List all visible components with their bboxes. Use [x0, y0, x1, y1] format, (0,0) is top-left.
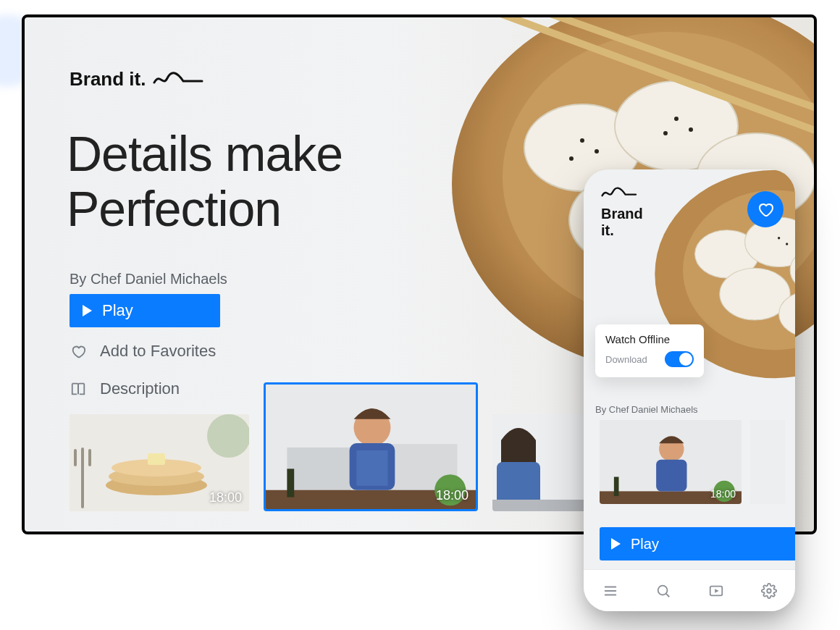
play-icon	[611, 538, 621, 550]
svg-rect-30	[287, 448, 350, 497]
mobile-play-button[interactable]: Play	[600, 527, 795, 560]
svg-point-10	[674, 117, 679, 121]
svg-point-28	[207, 414, 249, 458]
mobile-thumbnail-chef-woman[interactable]	[750, 420, 785, 504]
svg-marker-67	[715, 589, 719, 593]
brand-name: Brand it.	[70, 68, 146, 91]
svg-rect-41	[492, 500, 594, 511]
mobile-thumbnail-duration: 18:00	[710, 488, 736, 500]
thumbnail-row: 18:00 18:00	[70, 414, 594, 511]
svg-rect-55	[656, 460, 686, 492]
headline: Details make Perfection	[67, 126, 343, 236]
svg-line-65	[665, 593, 669, 597]
mobile-brand-scribble-icon	[601, 185, 642, 201]
play-button[interactable]: Play	[70, 294, 220, 327]
mobile-screen: Brand it. Watch Offline Download By Chef…	[584, 169, 795, 611]
svg-point-8	[595, 149, 599, 154]
thumbnail-pancakes[interactable]: 18:00	[70, 414, 249, 511]
headline-line-2: Perfection	[67, 181, 281, 236]
svg-point-9	[569, 156, 574, 161]
svg-rect-57	[614, 477, 619, 496]
svg-point-11	[689, 127, 693, 132]
mobile-author-text: By Chef Daniel Michaels	[595, 404, 698, 415]
thumbnail-duration: 18:00	[209, 490, 242, 505]
svg-rect-23	[148, 453, 165, 465]
nav-video-icon[interactable]	[708, 583, 724, 599]
nav-search-icon[interactable]	[655, 583, 671, 599]
download-label: Download	[605, 354, 647, 365]
nav-menu-icon[interactable]	[602, 583, 618, 599]
download-toggle[interactable]	[665, 351, 694, 367]
favorite-fab-button[interactable]	[747, 191, 784, 227]
brand-scribble-icon	[153, 71, 203, 88]
svg-point-68	[767, 589, 771, 593]
thumbnail-duration: 18:00	[436, 488, 469, 503]
mobile-bottom-nav	[584, 569, 795, 611]
svg-point-50	[786, 243, 788, 245]
mobile-brand-line-2: it.	[601, 222, 614, 238]
svg-rect-40	[497, 462, 540, 505]
heart-icon	[70, 343, 87, 360]
nav-settings-icon[interactable]	[761, 583, 777, 599]
mobile-thumbnail-row: 18:00	[600, 420, 785, 504]
mobile-brand-line-1: Brand	[601, 206, 643, 222]
play-icon	[83, 305, 92, 316]
svg-point-12	[663, 131, 668, 135]
mobile-thumbnail-chef-man[interactable]: 18:00	[600, 420, 742, 504]
add-to-favorites-button[interactable]: Add to Favorites	[70, 342, 216, 361]
book-icon	[70, 380, 87, 398]
description-label: Description	[100, 379, 180, 398]
play-label: Play	[102, 301, 133, 320]
favorites-label: Add to Favorites	[100, 342, 216, 361]
watch-offline-title: Watch Offline	[605, 333, 694, 345]
svg-rect-35	[356, 450, 387, 486]
svg-point-49	[778, 237, 780, 239]
thumbnail-chef-man[interactable]: 18:00	[264, 382, 478, 511]
mobile-brand-logo: Brand it.	[601, 206, 643, 239]
svg-rect-58	[750, 420, 785, 504]
brand-logo: Brand it.	[70, 68, 203, 91]
headline-line-1: Details make	[67, 126, 343, 181]
svg-point-64	[658, 585, 667, 595]
svg-point-7	[580, 138, 584, 143]
author-text: By Chef Daniel Michaels	[70, 271, 227, 287]
heart-icon	[757, 201, 774, 218]
mobile-play-label: Play	[631, 536, 659, 553]
description-button[interactable]: Description	[70, 379, 180, 398]
thumbnail-chef-woman[interactable]	[492, 414, 594, 511]
svg-rect-37	[287, 469, 294, 497]
watch-offline-card: Watch Offline Download	[595, 324, 704, 377]
